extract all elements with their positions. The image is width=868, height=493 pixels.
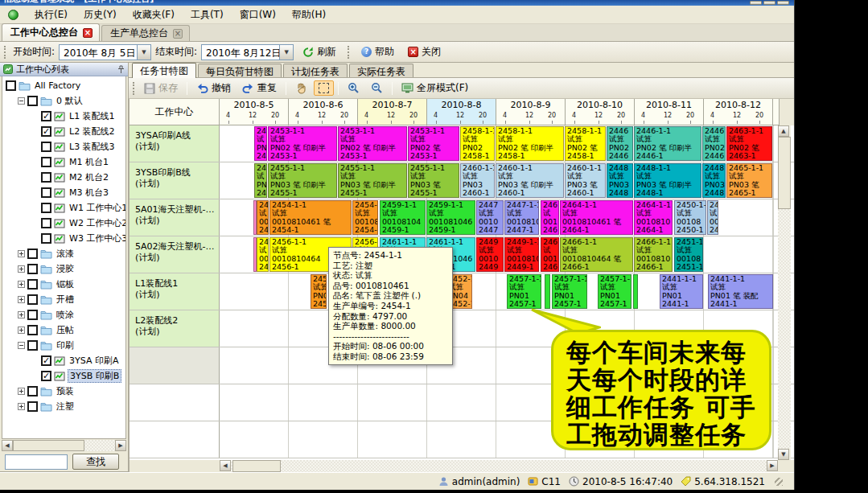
gantt-task-bar[interactable]: 24试0024 <box>707 200 718 235</box>
gantt-task-bar[interactable]: 2458-1-1试算PN022458-1 <box>460 126 495 161</box>
gantt-hscrollbar-thumb[interactable] <box>232 460 281 472</box>
tree-checkbox[interactable] <box>41 187 51 198</box>
tree-item[interactable]: L3 装配线3 <box>2 139 125 154</box>
expand-plus-icon[interactable] <box>18 281 25 288</box>
tree-item[interactable]: 压帖 <box>2 323 125 338</box>
tree-checkbox[interactable] <box>41 142 51 152</box>
tree-item[interactable]: 0 默认 <box>2 93 125 109</box>
expand-plus-icon[interactable] <box>18 388 25 395</box>
gantt-task-bar[interactable]: 2453-1-1试算PN02 笔 印刷半2453-1 <box>268 126 337 161</box>
scroll-up-icon[interactable]: ▲ <box>778 125 789 137</box>
view-tab[interactable]: 每日负荷甘特图 <box>198 64 282 77</box>
gantt-task-bar[interactable]: 2448试算PN032448 <box>607 163 633 198</box>
gantt-hscrollbar-track[interactable] <box>231 460 767 472</box>
scroll-left-icon[interactable]: ◀ <box>220 460 231 471</box>
minimize-button[interactable] <box>750 1 762 5</box>
zoom-out-button[interactable] <box>366 80 388 97</box>
tree-checkbox[interactable] <box>27 310 38 320</box>
gantt-task-bar[interactable]: 2463-1-1试算PN02 笔2463-1 <box>726 126 772 161</box>
tree-item[interactable]: 浸胶 <box>2 261 125 277</box>
expand-plus-icon[interactable] <box>18 296 25 303</box>
document-tab[interactable]: 生产单总控台× <box>101 25 190 41</box>
tree-item[interactable]: 喷涂 <box>2 307 125 323</box>
gantt-task-bar[interactable]: 2450-1-1试算001082450-1 <box>674 200 706 235</box>
tree-checkbox[interactable] <box>27 96 38 106</box>
maximize-button[interactable] <box>763 1 775 5</box>
gantt-vscrollbar-track[interactable] <box>778 137 791 449</box>
tree-item[interactable]: M2 机台2 <box>2 170 125 185</box>
gantt-task-bar[interactable]: 2447-1-1试算0010810462447-1 <box>504 200 539 235</box>
gantt-task-bar[interactable]: 2455-1-1试算PN03 笔2455-1 <box>408 163 459 198</box>
gantt-task-bar[interactable]: 2454-1-1试算0010810461 笔2454-1 <box>269 200 352 235</box>
fullscreen-button[interactable]: 全屏模式(F) <box>397 79 473 97</box>
gantt-row-track[interactable]: 245试算PN02452452-1-1试算PN042452-12457-1-1试… <box>220 273 773 310</box>
tree-checkbox[interactable] <box>27 340 38 351</box>
menu-item[interactable]: 窗口(W) <box>232 6 284 23</box>
gantt-task-bar[interactable]: 24试PN24 <box>254 126 267 161</box>
gantt-task-bar[interactable]: 246试001246 <box>541 237 559 272</box>
gantt-task-bar[interactable]: 2455-1-1试算PN03 笔 印刷半2455-1 <box>268 163 337 198</box>
menu-item[interactable]: 执行(E) <box>27 6 76 23</box>
gantt-task-bar[interactable]: 2455-1-1试算PN03 笔 印刷半2455-1 <box>338 163 407 198</box>
refresh-button[interactable]: 刷新 <box>298 43 341 61</box>
zoom-in-button[interactable] <box>343 80 364 97</box>
gantt-task-bar[interactable]: 2460-1-1试算PN032460-1 <box>460 163 495 198</box>
find-input[interactable] <box>5 454 68 470</box>
gantt-task-bar[interactable]: 2457-1-1试算PN012457-1 <box>507 274 541 309</box>
expand-plus-icon[interactable] <box>18 265 25 273</box>
marquee-select-button[interactable] <box>314 80 334 96</box>
gantt-task-bar[interactable]: 2448-1-1试算PN03 笔 印刷半2448-1 <box>634 163 701 198</box>
tree-item[interactable]: ✓3YSB 印刷B <box>2 368 125 384</box>
tree-item[interactable]: 预装 <box>2 384 125 399</box>
gantt-task-bar[interactable] <box>633 274 638 309</box>
tree-checkbox[interactable] <box>41 172 51 183</box>
gantt-task-bar[interactable]: 2451-1-1试算001082451-1 <box>674 237 703 272</box>
tab-close-icon[interactable]: × <box>173 29 183 39</box>
gantt-task-bar[interactable]: 2459-1-1试算001081042459-1 <box>380 200 426 235</box>
tree-checkbox[interactable] <box>6 80 16 91</box>
gantt-task-bar[interactable]: 246试001246 <box>541 200 559 235</box>
view-tab[interactable]: 计划任务表 <box>283 64 348 77</box>
gantt-task-bar[interactable]: 2464-1-1试算0010810461 笔2464-1 <box>560 200 633 235</box>
find-button[interactable]: 查找 <box>72 454 119 470</box>
menu-item[interactable]: 收藏夹(F) <box>125 6 183 23</box>
tree-item[interactable]: All Factory <box>2 78 125 93</box>
collapse-minus-icon[interactable] <box>18 342 25 349</box>
redo-button[interactable]: 重复 <box>237 79 282 97</box>
title-bar[interactable]: 信息制造管理系统 - [工作中心总控台] <box>0 0 794 6</box>
tree-item[interactable]: ✓L1 装配线1 <box>2 109 125 124</box>
expand-plus-icon[interactable] <box>18 250 25 257</box>
view-tab[interactable]: 任务甘特图 <box>132 63 196 78</box>
gantt-task-bar[interactable]: 2466-1-1试算0010810464 笔2466-1 <box>560 237 633 272</box>
start-date-select[interactable]: 2010年 8月 5日 ▼ <box>59 44 151 60</box>
gantt-task-bar[interactable]: 2447试算00102447 <box>476 200 504 235</box>
tree-checkbox[interactable] <box>27 249 38 259</box>
tree-item[interactable]: ✓3YSA 印刷A <box>2 353 125 368</box>
gantt-vscrollbar-thumb[interactable] <box>778 137 791 209</box>
gantt-task-bar[interactable]: 2441-1-1试算PN01 笔 装配2441-1 <box>708 274 773 309</box>
expand-plus-icon[interactable] <box>18 327 25 334</box>
gantt-hscrollbar[interactable]: ◀ ▶ <box>220 460 778 472</box>
gantt-row-track[interactable]: 24试PN242453-1-1试算PN02 笔 印刷半2453-12453-1-… <box>220 125 773 162</box>
gantt-vscrollbar[interactable]: ▲ ▼ <box>778 125 791 460</box>
expand-plus-icon[interactable] <box>18 403 25 410</box>
pin-icon[interactable] <box>117 65 125 74</box>
gantt-row-track[interactable]: 245试0012452454-1-1试算0010810461 笔2454-124… <box>220 199 773 236</box>
tree-checkbox[interactable]: ✓ <box>41 371 51 381</box>
gantt-task-bar[interactable]: 2460-1-1试算PN03 笔2460-1 <box>565 163 606 198</box>
close-view-button[interactable]: × 关闭 <box>403 43 446 61</box>
tree-hscrollbar-thumb[interactable] <box>13 440 84 451</box>
gantt-task-bar[interactable]: 245试001245 <box>257 237 269 272</box>
gantt-task-bar[interactable]: 24试PN24 <box>254 163 267 198</box>
tree-item[interactable]: ✓L2 装配线2 <box>2 124 125 139</box>
close-window-button[interactable] <box>777 1 789 5</box>
tab-close-icon[interactable]: × <box>83 28 93 38</box>
start-date-dropdown-button[interactable]: ▼ <box>137 45 150 60</box>
gantt-task-bar[interactable]: 2453-1-1试算PN02 笔2453-1 <box>408 126 459 161</box>
tree-hscrollbar-track[interactable] <box>13 440 115 451</box>
gantt-row-track[interactable]: 245试0012452456-1-1试算00108104642456-12456… <box>220 236 773 273</box>
gantt-task-bar[interactable]: 2446试算PN022446 <box>607 126 633 161</box>
scroll-left-icon[interactable]: ◀ <box>2 440 13 451</box>
tree-checkbox[interactable] <box>27 325 38 335</box>
gantt-task-bar[interactable]: 2457-1-1试算PN012457-1 <box>552 274 587 309</box>
